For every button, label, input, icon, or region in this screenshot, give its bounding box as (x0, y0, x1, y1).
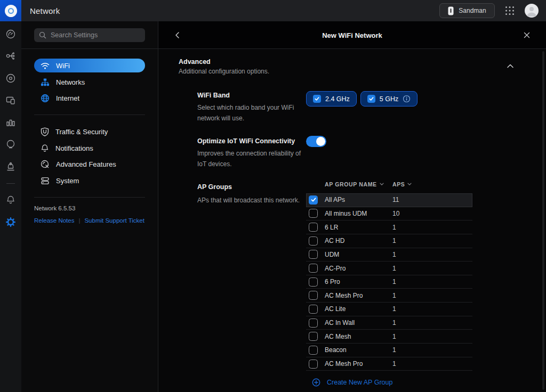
ap-group-checkbox[interactable] (309, 277, 318, 287)
column-label: APS (392, 181, 405, 187)
close-button[interactable] (521, 30, 532, 40)
search-placeholder: Search Settings (51, 31, 98, 39)
sidebar-item-client-devices[interactable] (5, 95, 16, 105)
band-2-4ghz-button[interactable]: 2.4 GHz (306, 91, 357, 107)
sidebar-item-system[interactable]: System (34, 174, 145, 187)
ap-group-checkbox[interactable] (309, 195, 318, 205)
app-grid-icon (505, 6, 515, 15)
ap-group-checkbox[interactable] (309, 223, 318, 232)
iot-connectivity-toggle[interactable] (306, 136, 326, 147)
band-2-4ghz-label: 2.4 GHz (325, 95, 350, 103)
statistics-icon (5, 117, 16, 128)
ap-group-count: 1 (392, 346, 396, 354)
unifi-logo-icon (5, 5, 17, 17)
sidebar-item-label: Notifications (55, 144, 93, 152)
sidebar-item-traffic-security[interactable]: Traffic & Security (34, 125, 145, 139)
ap-group-checkbox[interactable] (309, 250, 318, 259)
panel-header: New WiFi Network (158, 21, 546, 49)
ap-group-checkbox[interactable] (309, 209, 318, 218)
ap-group-checkbox[interactable] (309, 236, 318, 246)
ap-group-row[interactable]: AC-Pro 1 (306, 262, 472, 275)
ap-group-row[interactable]: Beacon 1 (306, 344, 472, 357)
ap-group-checkbox[interactable] (309, 360, 318, 369)
create-new-ap-group-button[interactable]: Create New AP Group (312, 376, 392, 389)
column-header-aps[interactable]: APS (392, 181, 412, 187)
ap-group-row[interactable]: AC Mesh Pro 1 (306, 289, 472, 303)
ap-group-count: 1 (392, 237, 396, 244)
ap-group-row[interactable]: 6 Pro 1 (306, 275, 472, 289)
sidebar-item-settings[interactable] (5, 217, 16, 227)
check-icon (310, 197, 317, 203)
advanced-features-icon (41, 160, 50, 169)
ap-group-row[interactable]: 6 LR 1 (306, 220, 472, 234)
release-notes-link[interactable]: Release Notes (34, 217, 74, 224)
sidebar-item-topology[interactable] (5, 51, 16, 61)
submit-support-ticket-link[interactable]: Submit Support Ticket (84, 217, 144, 224)
band-5ghz-checkbox[interactable] (367, 95, 375, 103)
ap-group-name: AC Mesh (325, 333, 351, 340)
ap-group-name: AC Mesh Pro (325, 292, 363, 299)
ap-group-row[interactable]: AC Mesh 1 (306, 330, 472, 344)
user-avatar[interactable] (525, 4, 539, 18)
ap-groups-table: AP GROUP NAME APS All APs 1 (306, 181, 472, 371)
ap-group-count: 1 (392, 278, 396, 285)
ap-group-name: AC In Wall (325, 319, 355, 326)
ap-groups-label: AP Groups (197, 183, 232, 191)
check-icon (314, 96, 320, 102)
ap-group-checkbox[interactable] (309, 346, 318, 355)
sidebar-item-internet[interactable]: Internet (34, 92, 145, 105)
info-icon[interactable] (403, 95, 411, 103)
ap-group-count: 10 (392, 210, 399, 217)
sidebar-item-insights[interactable] (5, 139, 16, 150)
sidebar-item-advanced-features[interactable]: Advanced Features (34, 158, 145, 172)
console-switcher-button[interactable]: Sandman (439, 3, 495, 18)
sidebar-item-unifi-devices[interactable] (5, 73, 16, 84)
ap-group-checkbox[interactable] (309, 332, 318, 341)
band-5ghz-button[interactable]: 5 GHz (360, 91, 417, 107)
back-button[interactable] (172, 30, 183, 40)
unifi-logo[interactable] (0, 0, 21, 21)
wifi-band-description: Select which radio band your WiFi networ… (197, 102, 307, 124)
ap-group-checkbox[interactable] (309, 264, 318, 273)
app-rail (0, 21, 21, 392)
band-2-4ghz-checkbox[interactable] (313, 95, 321, 103)
ap-group-count: 1 (392, 333, 396, 340)
ap-group-row[interactable]: All minus UDM 10 (306, 207, 472, 221)
ap-group-count: 1 (392, 251, 396, 258)
topology-icon (5, 51, 16, 61)
ap-group-row[interactable]: AC Mesh Pro 1 (306, 357, 472, 371)
sidebar-item-wifi[interactable]: WiFi (34, 59, 145, 72)
ap-group-row[interactable]: AC Lite 1 (306, 303, 472, 316)
sidebar-item-hotspot-manager[interactable] (5, 161, 16, 172)
sidebar-item-networks[interactable]: Networks (34, 75, 145, 89)
ap-group-row[interactable]: UDM 1 (306, 248, 472, 262)
ap-group-checkbox[interactable] (309, 305, 318, 314)
sidebar-item-label: WiFi (56, 62, 70, 70)
search-input[interactable]: Search Settings (34, 28, 145, 42)
unifi-devices-icon (5, 73, 16, 84)
collapse-section-button[interactable] (505, 61, 518, 74)
hotspot-manager-icon (5, 161, 16, 172)
console-device-icon (448, 6, 454, 15)
panel-scrollbar[interactable] (542, 51, 544, 390)
column-label: AP GROUP NAME (325, 181, 377, 187)
ap-group-row[interactable]: AC In Wall 1 (306, 316, 472, 330)
system-icon (41, 176, 50, 185)
sort-chevron-icon (380, 183, 384, 186)
sidebar-item-label: Internet (56, 94, 79, 102)
ap-group-row[interactable]: All APs 11 (306, 193, 472, 207)
controller-version: Network 6.5.53 (34, 205, 75, 211)
sidebar-item-notifications[interactable]: Notifications (34, 141, 145, 155)
ap-group-row[interactable]: AC HD 1 (306, 234, 472, 248)
sidebar-item-dashboard[interactable] (5, 29, 16, 39)
sidebar-item-label: Networks (56, 78, 85, 86)
sidebar-item-statistics[interactable] (5, 117, 16, 128)
shield-icon (41, 127, 49, 136)
app-grid-button[interactable] (503, 4, 516, 17)
ap-group-checkbox[interactable] (309, 291, 318, 300)
sidebar-item-notifications[interactable] (5, 194, 16, 205)
new-wifi-network-panel: New WiFi Network Advanced Additional con… (158, 21, 546, 392)
ap-group-checkbox[interactable] (309, 318, 318, 328)
column-header-ap-group-name[interactable]: AP GROUP NAME (325, 181, 384, 187)
wifi-band-options: 2.4 GHz 5 GHz (306, 91, 417, 107)
